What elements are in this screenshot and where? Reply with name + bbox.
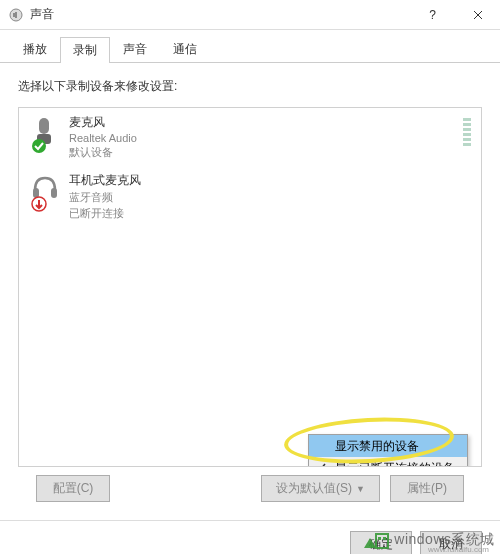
menu-item-label: 显示禁用的设备 [335, 438, 419, 455]
app-icon [8, 7, 24, 23]
instruction-text: 选择以下录制设备来修改设置: [18, 78, 482, 95]
check-icon [315, 461, 327, 467]
help-button[interactable]: ? [410, 0, 455, 30]
window-title: 声音 [30, 6, 54, 23]
context-menu: 显示禁用的设备 显示已断开连接的设备 [308, 434, 468, 467]
watermark-url: www.ruhaifu.com [428, 545, 489, 554]
close-button[interactable] [455, 0, 500, 30]
level-meter [463, 118, 471, 146]
watermark-logo-icon [362, 528, 390, 552]
chevron-down-icon: ▼ [356, 484, 365, 494]
device-item[interactable]: 耳机式麦克风 蓝牙音频 已断开连接 [19, 166, 481, 227]
watermark: windows系统城 www.ruhaifu.com [362, 528, 495, 552]
microphone-icon [29, 114, 61, 154]
configure-button[interactable]: 配置(C) [36, 475, 110, 502]
menu-item-label: 显示已断开连接的设备 [335, 460, 455, 468]
menu-item-show-disabled[interactable]: 显示禁用的设备 [309, 435, 467, 457]
svg-point-3 [32, 139, 46, 153]
tab-sounds[interactable]: 声音 [110, 36, 160, 62]
title-bar: 声音 ? [0, 0, 500, 30]
tab-communications[interactable]: 通信 [160, 36, 210, 62]
tab-bar: 播放 录制 声音 通信 [0, 30, 500, 63]
properties-button[interactable]: 属性(P) [390, 475, 464, 502]
action-button-row: 配置(C) 设为默认值(S)▼ 属性(P) [18, 467, 482, 510]
device-provider: Realtek Audio [69, 132, 137, 144]
device-status: 已断开连接 [69, 206, 141, 221]
svg-rect-7 [376, 534, 388, 548]
set-default-button[interactable]: 设为默认值(S)▼ [261, 475, 380, 502]
device-name: 麦克风 [69, 114, 137, 131]
device-provider: 蓝牙音频 [69, 190, 141, 205]
tab-recording[interactable]: 录制 [60, 37, 110, 63]
svg-rect-5 [51, 188, 57, 198]
tab-playback[interactable]: 播放 [10, 36, 60, 62]
svg-rect-8 [378, 537, 381, 540]
svg-rect-1 [39, 118, 49, 134]
svg-rect-9 [383, 537, 386, 540]
device-list[interactable]: 麦克风 Realtek Audio 默认设备 耳机式麦克风 蓝牙音频 已断开连接 [18, 107, 482, 467]
tab-content: 选择以下录制设备来修改设置: 麦克风 Realtek Audio 默认设备 [0, 63, 500, 520]
menu-item-show-disconnected[interactable]: 显示已断开连接的设备 [309, 457, 467, 467]
device-name: 耳机式麦克风 [69, 172, 141, 189]
close-icon [473, 10, 483, 20]
headset-icon [29, 172, 61, 212]
device-item[interactable]: 麦克风 Realtek Audio 默认设备 [19, 108, 481, 166]
device-status: 默认设备 [69, 145, 137, 160]
